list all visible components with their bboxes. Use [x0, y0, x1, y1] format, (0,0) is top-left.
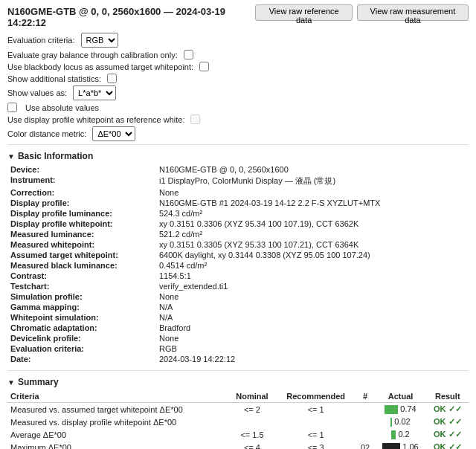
table-row: Correction:None	[7, 187, 469, 198]
info-value: xy 0.3151 0.3305 (XYZ 95.33 100 107.21),…	[156, 239, 469, 250]
info-value: N/A	[156, 302, 469, 312]
summary-criteria: Maximum ΔE*00	[7, 441, 228, 449]
table-row: Measured luminance:521.2 cd/m²	[7, 229, 469, 239]
summary-recommended: <= 1	[276, 403, 356, 416]
info-label: Simulation profile:	[7, 291, 156, 302]
blackbody-checkbox[interactable]	[199, 62, 209, 71]
info-label: Measured luminance:	[7, 229, 156, 239]
collapse-triangle-summary[interactable]: ▼	[7, 378, 15, 387]
info-value: 1154.5:1	[156, 271, 469, 281]
basic-info-title: Basic Information	[18, 151, 93, 161]
info-value: RGB	[156, 343, 469, 354]
summary-result: OK ✓✓	[427, 403, 469, 416]
table-row: Instrument:i1 DisplayPro, ColorMunki Dis…	[7, 175, 469, 187]
summary-table: Criteria Nominal Recommended # Actual Re…	[7, 390, 469, 449]
summary-actual: 1.06	[375, 441, 427, 449]
info-value: xy 0.3151 0.3306 (XYZ 95.34 100 107.19),…	[156, 219, 469, 229]
gray-balance-checkbox[interactable]	[184, 50, 193, 59]
info-value: N160GME-GTB @ 0, 0, 2560x1600	[156, 164, 469, 175]
view-raw-ref-button[interactable]: View raw reference data	[255, 4, 352, 21]
view-raw-meas-button[interactable]: View raw measurement data	[357, 4, 469, 21]
info-value: Bradford	[156, 323, 469, 333]
divider-1	[7, 144, 469, 145]
info-label: Devicelink profile:	[7, 333, 156, 343]
table-row: Measured vs. assumed target whitepoint Δ…	[7, 403, 469, 416]
summary-col-actual: Actual	[375, 390, 427, 403]
show-values-label: Show values as:	[7, 88, 67, 97]
summary-col-nominal: Nominal	[228, 390, 276, 403]
info-label: Chromatic adaptation:	[7, 323, 156, 333]
table-row: Simulation profile:None	[7, 291, 469, 302]
summary-col-hash: #	[356, 390, 374, 403]
summary-actual: 0.2	[375, 428, 427, 441]
info-label: Measured black luminance:	[7, 260, 156, 271]
summary-recommended: <= 1	[276, 428, 356, 441]
summary-hash	[356, 403, 374, 416]
summary-col-result: Result	[427, 390, 469, 403]
summary-col-recommended: Recommended	[276, 390, 356, 403]
summary-recommended	[276, 416, 356, 428]
summary-recommended: <= 3	[276, 441, 356, 449]
summary-result: OK ✓✓	[427, 416, 469, 428]
table-row: Date:2024-03-19 14:22:12	[7, 354, 469, 364]
collapse-triangle-basic[interactable]: ▼	[7, 152, 15, 161]
basic-info-header: ▼ Basic Information	[7, 151, 469, 161]
table-row: Measured whitepoint:xy 0.3151 0.3305 (XY…	[7, 239, 469, 250]
info-label: Display profile:	[7, 198, 156, 208]
absolute-values-checkbox[interactable]	[7, 103, 17, 112]
info-value: 521.2 cd/m²	[156, 229, 469, 239]
table-row: Assumed target whitepoint:6400K daylight…	[7, 250, 469, 260]
info-value: 524.3 cd/m²	[156, 208, 469, 219]
info-label: Device:	[7, 164, 156, 175]
table-row: Devicelink profile:None	[7, 333, 469, 343]
summary-nominal	[228, 416, 276, 428]
summary-header: ▼ Summary	[7, 377, 469, 387]
info-value: 2024-03-19 14:22:12	[156, 354, 469, 364]
table-row: Measured black luminance:0.4514 cd/m²	[7, 260, 469, 271]
show-values-select[interactable]: L*a*b*	[73, 85, 116, 100]
summary-result: OK ✓✓	[427, 441, 469, 449]
summary-col-criteria: Criteria	[7, 390, 228, 403]
summary-hash	[356, 428, 374, 441]
summary-criteria: Average ΔE*00	[7, 428, 228, 441]
actual-bar	[391, 430, 396, 439]
table-row: Whitepoint simulation:N/A	[7, 312, 469, 323]
blackbody-label: Use blackbody locus as assumed target wh…	[7, 62, 193, 71]
basic-info-table: Device:N160GME-GTB @ 0, 0, 2560x1600Inst…	[7, 164, 469, 364]
evaluation-criteria-label: Evaluation criteria:	[7, 36, 75, 45]
summary-nominal: <= 4	[228, 441, 276, 449]
color-distance-select[interactable]: ΔE*00	[92, 126, 135, 141]
display-profile-wp-checkbox[interactable]	[190, 114, 200, 124]
table-row: Display profile:N160GME-GTB #1 2024-03-1…	[7, 198, 469, 208]
additional-stats-label: Show additional statistics:	[7, 74, 101, 83]
info-label: Correction:	[7, 187, 156, 198]
actual-bar	[385, 405, 398, 414]
gray-balance-label: Evaluate gray balance through calibratio…	[7, 51, 178, 59]
additional-stats-checkbox[interactable]	[107, 74, 117, 83]
info-label: Assumed target whitepoint:	[7, 250, 156, 260]
summary-criteria: Measured vs. display profile whitepoint …	[7, 416, 228, 428]
table-row: Evaluation criteria:RGB	[7, 343, 469, 354]
actual-bar	[382, 443, 400, 449]
table-row: Contrast:1154.5:1	[7, 271, 469, 281]
summary-actual: 0.02	[375, 416, 427, 428]
divider-2	[7, 370, 469, 371]
info-label: Evaluation criteria:	[7, 343, 156, 354]
info-value: None	[156, 187, 469, 198]
summary-criteria: Measured vs. assumed target whitepoint Δ…	[7, 403, 228, 416]
info-value: 0.4514 cd/m²	[156, 260, 469, 271]
info-label: Display profile whitepoint:	[7, 219, 156, 229]
info-label: Display profile luminance:	[7, 208, 156, 219]
summary-title: Summary	[18, 377, 59, 387]
table-row: Display profile whitepoint:xy 0.3151 0.3…	[7, 219, 469, 229]
info-value: N160GME-GTB #1 2024-03-19 14-12 2.2 F-S …	[156, 198, 469, 208]
info-label: Whitepoint simulation:	[7, 312, 156, 323]
table-row: Display profile luminance:524.3 cd/m²	[7, 208, 469, 219]
table-row: Maximum ΔE*00 <= 4 <= 3 02 1.06 OK ✓✓	[7, 441, 469, 449]
info-label: Measured whitepoint:	[7, 239, 156, 250]
actual-bar	[390, 418, 392, 427]
summary-nominal: <= 1.5	[228, 428, 276, 441]
table-row: Measured vs. display profile whitepoint …	[7, 416, 469, 428]
table-row: Average ΔE*00 <= 1.5 <= 1 0.2 OK ✓✓	[7, 428, 469, 441]
evaluation-criteria-select[interactable]: RGB	[81, 33, 118, 48]
